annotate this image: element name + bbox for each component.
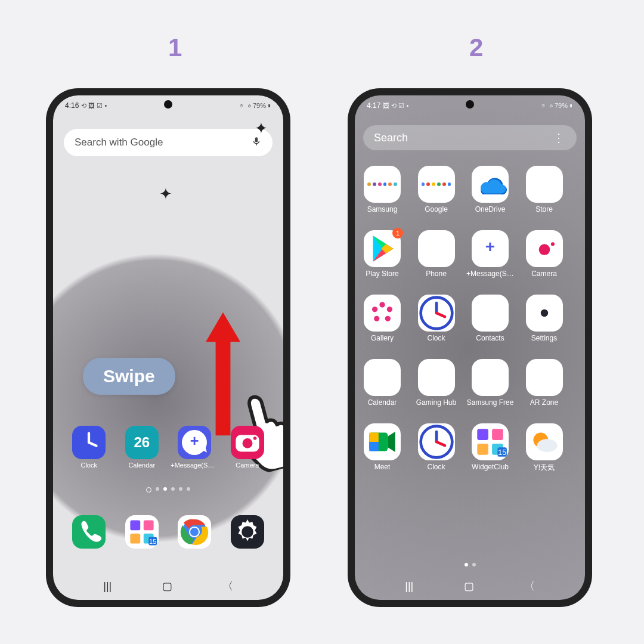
app-icon-meet[interactable]: Meet [362,423,402,488]
app-icon-contacts[interactable]: Contacts [470,295,510,359]
app-tile [418,230,455,267]
svg-point-54 [537,439,557,452]
notification-badge: 1 [392,228,403,239]
app-tile [418,166,455,203]
drawer-search-bar[interactable]: Search ⋮ [363,125,577,150]
svg-rect-49 [477,444,488,455]
app-tile: + [472,230,509,267]
app-icon-phone[interactable]: Phone [416,230,457,295]
app-icon-samsung[interactable]: Samsung [362,166,402,230]
page-dot[interactable] [163,487,167,491]
phone1-home-screen[interactable]: 4:16 ⟲ 🖼 ☑ • ᯤ ⊘ 79% ▮ ✦ Search with Goo… [53,95,283,600]
app-icon-clock[interactable]: Clock [416,423,457,488]
page-dot[interactable] [179,487,182,491]
page-dot[interactable] [146,487,151,493]
app-label: Settings [531,334,557,342]
app-icon--message-sm-[interactable]: ++Message(SM... [470,230,510,295]
app-label: Contacts [476,334,504,342]
svg-text:+: + [190,432,199,449]
home-icon-row: Clock26Calendar++Message(SM...Camera [53,426,283,469]
svg-point-24 [538,244,550,255]
app-icon-widgetclub[interactable]: 15 [122,515,162,549]
app-label: Samsung [367,205,398,213]
svg-text:15: 15 [498,448,506,457]
app-label: Calendar [128,462,155,469]
app-icon-camera[interactable]: Camera [524,230,565,295]
phone-frame-1: 4:16 ⟲ 🖼 ☑ • ᯤ ⊘ 79% ▮ ✦ Search with Goo… [46,88,290,607]
app-tile [418,423,455,460]
app-icon-y-[interactable]: Y!天気 [524,423,565,488]
svg-point-20 [244,528,250,535]
app-label: WidgetClub [472,463,509,471]
front-camera-hole [164,100,172,109]
app-icon-samsung-free[interactable]: FREESamsung Free [470,359,510,423]
app-label: Play Store [366,270,398,278]
app-icon-calendar[interactable]: 26Calendar [122,426,162,469]
home-button[interactable]: ▢ [162,580,172,593]
more-options-icon[interactable]: ⋮ [553,131,566,145]
app-icon-settings[interactable]: Settings [524,295,565,359]
app-icon-store[interactable]: Store [524,166,565,230]
app-tile [526,230,563,267]
status-time: 4:16 [65,101,79,110]
status-right-icons: ᯤ ⊘ 79% ▮ [239,102,271,109]
app-icon-onedrive[interactable]: OneDrive [470,166,510,230]
search-placeholder: Search with Google [75,137,163,148]
app-tile [526,295,563,332]
page-dot[interactable] [171,487,175,491]
app-icon-ar-zone[interactable]: ARAR Zone [524,359,565,423]
app-icon--message-sm-[interactable]: ++Message(SM... [174,426,215,469]
app-label: Y!天気 [534,463,555,473]
svg-point-31 [372,306,377,312]
app-icon-chrome[interactable] [174,515,215,549]
recent-apps-button[interactable]: ||| [103,580,112,593]
sparkle-icon: ✦ [159,185,172,203]
app-tile [472,295,509,332]
app-label: Calendar [368,398,397,407]
svg-text:+: + [485,237,495,256]
search-placeholder: Search [374,132,408,144]
step-number-2: 2 [469,33,483,62]
app-label: Clock [80,462,97,469]
svg-point-38 [439,369,446,376]
app-label: Phone [426,270,447,278]
page-dot[interactable] [472,563,476,566]
app-label: OneDrive [475,205,506,213]
back-button[interactable]: 〈 [222,579,233,593]
phone2-app-drawer[interactable]: 4:17 🖼 ⟲ ☑ • ᯤ ⊘ 79% ▮ Search ⋮ SamsungG… [355,95,585,600]
svg-point-25 [550,242,554,246]
app-icon-calendar[interactable]: 26Calendar [362,359,402,423]
svg-point-27 [379,302,385,307]
app-tile [364,423,401,460]
app-icon-camera[interactable]: Camera [227,426,268,469]
app-icon-settings[interactable] [227,515,268,549]
app-label: +Message(SM... [171,462,218,469]
app-icon-clock[interactable]: Clock [416,295,457,359]
app-tile [231,515,264,549]
app-tile: 15 [472,423,509,460]
app-label: Gaming Hub [416,398,456,407]
app-icon-google[interactable]: Google [416,166,457,230]
app-tile [526,423,563,460]
page-dot[interactable] [465,563,468,566]
app-icon-gaming-hub[interactable]: Gaming Hub [416,359,457,423]
sparkle-icon: ✦ [255,119,268,138]
app-icon-play-store[interactable]: 1Play Store [362,230,402,295]
home-button[interactable]: ▢ [464,580,474,593]
recent-apps-button[interactable]: ||| [405,580,413,593]
app-icon-clock[interactable]: Clock [69,426,109,469]
page-dot[interactable] [156,487,159,491]
page-dot[interactable] [187,487,190,491]
app-tile: 26 [364,359,401,396]
app-icon-widgetclub[interactable]: 15WidgetClub [470,423,510,488]
app-label: Store [535,205,553,213]
back-button[interactable]: 〈 [524,579,535,593]
app-icon-phone[interactable] [69,515,109,549]
app-tile: AR [526,359,563,396]
app-label: Gallery [371,334,394,342]
app-tile [364,295,401,332]
svg-point-8 [242,438,252,448]
app-icon-gallery[interactable]: Gallery [362,295,402,359]
status-right-icons: ᯤ ⊘ 79% ▮ [541,102,573,109]
google-search-widget[interactable]: Search with Google [64,129,273,156]
